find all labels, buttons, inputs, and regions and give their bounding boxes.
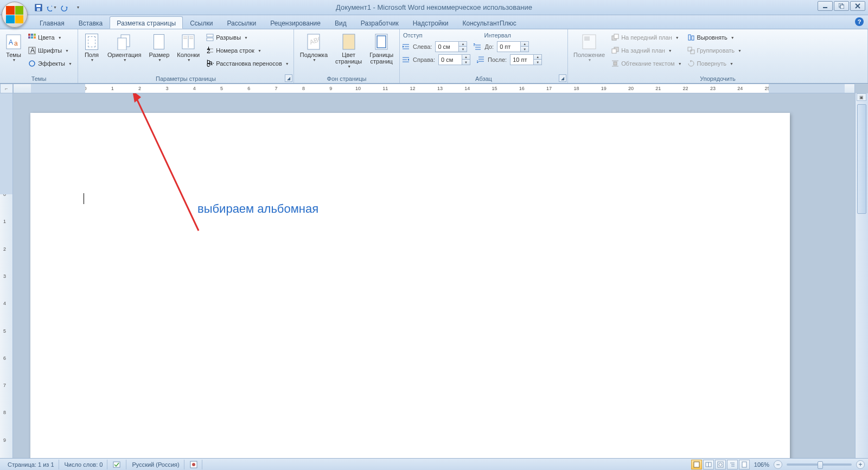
themes-button[interactable]: Aa Темы ▼ [2, 30, 25, 64]
breaks-button[interactable]: Разрывы▼ [204, 31, 291, 43]
svg-rect-55 [614, 34, 618, 39]
zoom-in-button[interactable]: + [856, 460, 865, 469]
svg-rect-62 [692, 36, 694, 40]
svg-rect-1 [36, 5, 41, 7]
svg-rect-64 [691, 50, 694, 54]
page-setup-launcher[interactable]: ◢ [285, 74, 292, 82]
minimize-button[interactable] [818, 1, 833, 11]
size-button[interactable]: Размер▼ [145, 30, 173, 64]
view-full-screen[interactable] [703, 460, 714, 469]
bring-to-front-button[interactable]: На передний план▼ [609, 31, 684, 43]
page-viewport[interactable]: выбираем альбомная [13, 93, 855, 458]
svg-text:a: a [14, 40, 18, 47]
tab-references[interactable]: Ссылки [183, 16, 220, 29]
svg-point-69 [192, 463, 195, 466]
zoom-out-button[interactable]: − [774, 460, 782, 469]
text-wrapping-button[interactable]: Обтекание текстом▼ [609, 58, 684, 69]
status-word-count[interactable]: Число слов: 0 [60, 460, 108, 469]
window-title: Документ1 - Microsoft Word некоммерческо… [336, 3, 532, 11]
view-web-layout[interactable] [715, 460, 726, 469]
close-button[interactable] [850, 1, 865, 11]
breaks-icon [206, 34, 214, 41]
svg-rect-70 [694, 462, 699, 467]
svg-rect-63 [688, 47, 692, 51]
status-language[interactable]: Русский (Россия) [127, 460, 184, 469]
status-proofing[interactable] [108, 460, 126, 469]
office-button[interactable] [2, 2, 28, 28]
proofing-icon [113, 461, 122, 468]
page-borders-button[interactable]: Границы страниц [366, 30, 397, 67]
zoom-level[interactable]: 106% [754, 461, 769, 468]
tab-page-layout[interactable]: Разметка страницы [110, 16, 183, 29]
svg-rect-53 [584, 36, 590, 41]
page-color-button[interactable]: Цвет страницы▼ [332, 30, 365, 71]
view-outline[interactable] [727, 460, 738, 469]
margins-icon [85, 34, 98, 50]
tab-consultant[interactable]: КонсультантПлюс [456, 16, 524, 29]
vertical-scrollbar[interactable] [855, 93, 868, 458]
rotate-icon [687, 60, 695, 67]
dropdown-icon: ▼ [53, 5, 57, 9]
status-bar: Страница: 1 из 1 Число слов: 0 Русский (… [0, 458, 868, 470]
ruler-toggle[interactable]: ▣ [857, 93, 866, 101]
web-icon [717, 461, 724, 468]
save-button[interactable] [33, 2, 44, 14]
spacing-before-input[interactable]: ▲▼ [497, 41, 529, 52]
tab-developer[interactable]: Разработчик [354, 16, 406, 29]
qat-customize-button[interactable]: ▼ [72, 2, 84, 14]
group-objects-button[interactable]: Группировать▼ [685, 45, 744, 56]
page-borders-icon [375, 34, 388, 50]
save-icon [35, 4, 42, 11]
rotate-button[interactable]: Повернуть▼ [685, 58, 744, 69]
status-macro[interactable] [186, 460, 202, 469]
hyphenation-button[interactable]: ba-c Расстановка переносов▼ [204, 58, 291, 69]
position-button[interactable]: Положение▼ [570, 30, 608, 64]
watermark-icon: ABC [307, 34, 320, 50]
tab-addins[interactable]: Надстройки [406, 16, 456, 29]
svg-rect-71 [706, 462, 709, 467]
orientation-button[interactable]: Ориентация▼ [104, 30, 144, 64]
title-bar: ▼ ▼ Документ1 - Microsoft Word некоммерч… [0, 0, 868, 15]
columns-button[interactable]: Колонки▼ [174, 30, 203, 64]
horizontal-ruler[interactable]: 1012345678910111213141516171819202122232… [13, 84, 855, 93]
theme-colors-button[interactable]: Цвета▼ [26, 31, 74, 43]
maximize-button[interactable] [834, 1, 849, 11]
svg-rect-12 [28, 36, 30, 39]
svg-rect-19 [118, 38, 126, 50]
group-paragraph: Отступ Интервал Слева: ▲▼ До: ▲▼ Справа:… [400, 29, 568, 83]
vertical-ruler[interactable]: 321012345678910 [0, 93, 13, 458]
indent-left-input[interactable]: ▲▼ [435, 41, 467, 52]
tab-home[interactable]: Главная [33, 16, 72, 29]
theme-effects-button[interactable]: Эффекты▼ [26, 58, 74, 69]
svg-rect-61 [688, 35, 691, 40]
zoom-slider[interactable] [787, 463, 852, 466]
help-button[interactable]: ? [855, 17, 864, 26]
watermark-button[interactable]: ABC Подложка▼ [297, 30, 331, 64]
undo-button[interactable]: ▼ [46, 2, 58, 14]
align-button[interactable]: Выровнять▼ [685, 31, 744, 43]
tab-review[interactable]: Рецензирование [263, 16, 328, 29]
tab-view[interactable]: Вид [328, 16, 354, 29]
indent-right-input[interactable]: ▲▼ [438, 54, 470, 65]
paragraph-launcher[interactable]: ◢ [559, 74, 566, 82]
tab-mailings[interactable]: Рассылки [220, 16, 263, 29]
spacing-after-input[interactable]: ▲▼ [510, 54, 542, 65]
tab-insert[interactable]: Вставка [72, 16, 110, 29]
svg-rect-72 [709, 462, 711, 467]
ruler-corner[interactable]: ⌐ [0, 84, 13, 93]
status-page[interactable]: Страница: 1 из 1 [3, 460, 59, 469]
send-to-back-button[interactable]: На задний план▼ [609, 45, 684, 56]
margins-button[interactable]: Поля▼ [80, 30, 103, 64]
svg-marker-66 [132, 93, 141, 103]
line-numbers-button[interactable]: 12 Номера строк▼ [204, 45, 291, 56]
document-page[interactable]: выбираем альбомная [30, 113, 790, 458]
columns-icon [182, 34, 195, 49]
view-draft[interactable] [739, 460, 750, 469]
redo-button[interactable] [59, 2, 71, 14]
print-layout-icon [693, 461, 700, 468]
spacing-after-icon [477, 56, 484, 63]
view-print-layout[interactable] [691, 460, 702, 469]
ribbon: Aa Темы ▼ Цвета▼ A Шрифты▼ Эффекты▼ [0, 29, 868, 84]
theme-fonts-button[interactable]: A Шрифты▼ [26, 45, 74, 56]
size-icon [154, 34, 164, 49]
